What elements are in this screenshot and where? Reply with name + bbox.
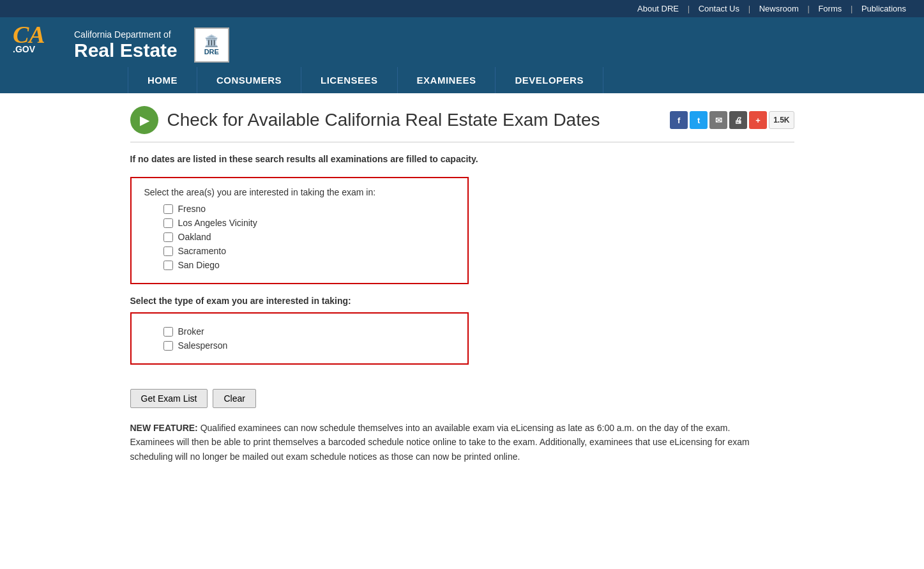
sep1: | xyxy=(688,4,690,13)
share-count: 1.5K xyxy=(769,111,794,129)
dre-label: DRE xyxy=(204,48,219,56)
sacramento-label: Sacramento xyxy=(178,246,226,256)
ca-text: CA xyxy=(13,22,64,47)
logo-area: CA .GOV California Department of Real Es… xyxy=(13,22,229,67)
checkbox-salesperson[interactable] xyxy=(163,341,173,351)
twitter-icon[interactable]: t xyxy=(690,111,708,129)
salesperson-label: Salesperson xyxy=(178,340,228,351)
exam-type-section: Select the type of exam you are interest… xyxy=(130,296,794,376)
area-box-label: Select the area(s) you are interested in… xyxy=(144,187,455,197)
list-item-salesperson: Salesperson xyxy=(163,340,455,351)
facebook-icon[interactable]: f xyxy=(670,111,688,129)
sep3: | xyxy=(807,4,809,13)
checkbox-oakland[interactable] xyxy=(163,232,173,242)
clear-button[interactable]: Clear xyxy=(213,389,255,408)
sandiego-label: San Diego xyxy=(178,260,220,270)
social-icons: f t ✉ 🖨 + 1.5K xyxy=(670,111,794,129)
contact-us-link[interactable]: Contact Us xyxy=(699,4,739,13)
main-content: Check for Available California Real Esta… xyxy=(111,106,814,464)
new-feature-body: Qualified examinees can now schedule the… xyxy=(130,423,750,462)
fresno-label: Fresno xyxy=(178,204,206,214)
main-nav: HOME CONSUMERS LICENSEES EXAMINEES DEVEL… xyxy=(0,67,924,93)
list-item-broker: Broker xyxy=(163,326,455,337)
newsroom-link[interactable]: Newsroom xyxy=(759,4,799,13)
nav-examinees[interactable]: EXAMINEES xyxy=(398,67,496,93)
about-dre-link[interactable]: About DRE xyxy=(637,4,679,13)
page-title: Check for Available California Real Esta… xyxy=(167,110,600,130)
page-title-group: Check for Available California Real Esta… xyxy=(130,106,600,134)
nav-developers[interactable]: DEVELOPERS xyxy=(496,67,603,93)
email-icon[interactable]: ✉ xyxy=(709,111,727,129)
exam-type-list: Broker Salesperson xyxy=(144,326,455,351)
dre-icon: 🏛️ DRE xyxy=(194,27,229,63)
checkbox-broker[interactable] xyxy=(163,327,173,337)
list-item-oakland: Oakland xyxy=(163,232,455,242)
dre-img: 🏛️ xyxy=(204,34,218,48)
new-feature-text: NEW FEATURE: Qualified examinees can now… xyxy=(130,421,769,464)
checkbox-sacramento[interactable] xyxy=(163,247,173,256)
checkbox-sandiego[interactable] xyxy=(163,261,173,270)
top-utility-bar: About DRE | Contact Us | Newsroom | Form… xyxy=(0,0,924,17)
dre-title: California Department of Real Estate xyxy=(74,29,178,61)
nav-consumers[interactable]: CONSUMERS xyxy=(197,67,301,93)
dept-line: California Department of xyxy=(74,29,178,40)
oakland-label: Oakland xyxy=(178,232,211,242)
publications-link[interactable]: Publications xyxy=(861,4,906,13)
page-title-row: Check for Available California Real Esta… xyxy=(130,106,794,134)
forms-link[interactable]: Forms xyxy=(818,4,842,13)
ca-gov-logo[interactable]: CA .GOV xyxy=(13,22,64,67)
main-line: Real Estate xyxy=(74,40,178,61)
sep4: | xyxy=(851,4,852,13)
checkbox-la[interactable] xyxy=(163,218,173,228)
title-divider xyxy=(130,142,794,142)
exam-type-label: Select the type of exam you are interest… xyxy=(130,296,794,306)
new-feature-bold: NEW FEATURE: xyxy=(130,423,198,433)
nav-home[interactable]: HOME xyxy=(128,67,197,93)
list-item-fresno: Fresno xyxy=(163,204,455,214)
button-row: Get Exam List Clear xyxy=(130,389,794,408)
list-item-la: Los Angeles Vicinity xyxy=(163,218,455,228)
notice-text: If no dates are listed in these search r… xyxy=(130,154,794,164)
get-exam-list-button[interactable]: Get Exam List xyxy=(130,389,208,408)
la-label: Los Angeles Vicinity xyxy=(178,218,257,228)
sep2: | xyxy=(748,4,750,13)
list-item-sacramento: Sacramento xyxy=(163,246,455,256)
area-selection-box: Select the area(s) you are interested in… xyxy=(130,177,469,284)
list-item-sandiego: San Diego xyxy=(163,260,455,270)
add-icon[interactable]: + xyxy=(749,111,767,129)
site-header: CA .GOV California Department of Real Es… xyxy=(0,17,924,67)
broker-label: Broker xyxy=(178,326,204,337)
print-icon[interactable]: 🖨 xyxy=(729,111,747,129)
checkbox-fresno[interactable] xyxy=(163,204,173,214)
exam-type-box: Broker Salesperson xyxy=(130,312,469,365)
nav-licensees[interactable]: LICENSEES xyxy=(301,67,398,93)
green-arrow-icon xyxy=(130,106,158,134)
area-checkbox-list: Fresno Los Angeles Vicinity Oakland Sacr… xyxy=(144,204,455,270)
